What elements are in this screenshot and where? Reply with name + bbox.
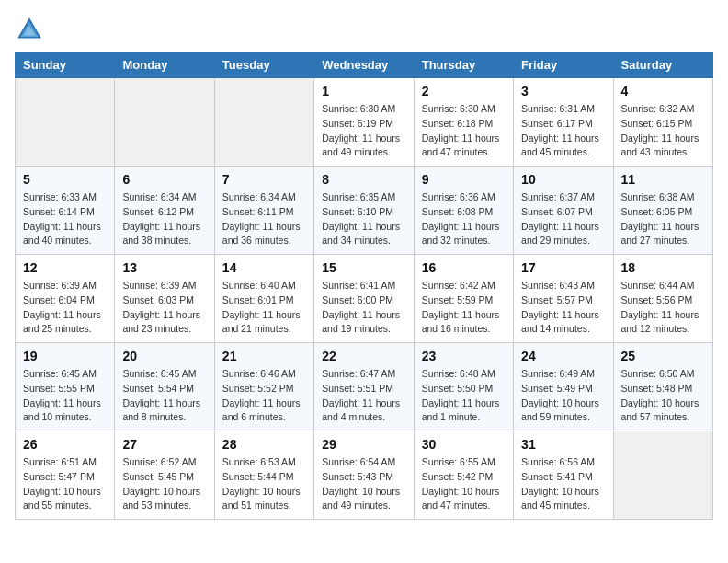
day-cell-22: 22Sunrise: 6:47 AMSunset: 5:51 PMDayligh… (314, 343, 414, 431)
day-cell-2: 2Sunrise: 6:30 AMSunset: 6:18 PMDaylight… (414, 78, 513, 167)
day-number: 17 (521, 260, 605, 275)
header-day-saturday: Saturday (613, 52, 712, 78)
header-day-sunday: Sunday (16, 52, 115, 78)
day-number: 27 (122, 437, 206, 452)
day-cell-17: 17Sunrise: 6:43 AMSunset: 5:57 PMDayligh… (514, 255, 613, 343)
day-info: Sunrise: 6:40 AMSunset: 6:01 PMDaylight:… (222, 279, 306, 337)
day-number: 28 (222, 437, 306, 452)
week-row-2: 5Sunrise: 6:33 AMSunset: 6:14 PMDaylight… (16, 167, 713, 255)
day-info: Sunrise: 6:49 AMSunset: 5:49 PMDaylight:… (521, 367, 605, 425)
header-row: SundayMondayTuesdayWednesdayThursdayFrid… (16, 52, 713, 78)
header-day-wednesday: Wednesday (314, 52, 414, 78)
calendar-header: SundayMondayTuesdayWednesdayThursdayFrid… (16, 52, 713, 78)
day-cell-28: 28Sunrise: 6:53 AMSunset: 5:44 PMDayligh… (214, 431, 313, 520)
day-info: Sunrise: 6:46 AMSunset: 5:52 PMDaylight:… (222, 367, 306, 425)
day-number: 24 (521, 349, 605, 363)
day-number: 19 (23, 349, 107, 363)
day-info: Sunrise: 6:55 AMSunset: 5:42 PMDaylight:… (422, 455, 506, 513)
header-day-tuesday: Tuesday (214, 52, 313, 78)
day-info: Sunrise: 6:39 AMSunset: 6:03 PMDaylight:… (122, 279, 206, 337)
empty-cell (16, 78, 115, 167)
day-cell-26: 26Sunrise: 6:51 AMSunset: 5:47 PMDayligh… (16, 431, 115, 520)
day-info: Sunrise: 6:34 AMSunset: 6:12 PMDaylight:… (122, 190, 206, 248)
empty-cell (613, 431, 712, 520)
day-info: Sunrise: 6:45 AMSunset: 5:55 PMDaylight:… (23, 367, 107, 425)
logo-icon (15, 15, 44, 44)
day-number: 8 (322, 172, 405, 187)
day-cell-23: 23Sunrise: 6:48 AMSunset: 5:50 PMDayligh… (414, 343, 513, 431)
header-day-thursday: Thursday (414, 52, 513, 78)
day-info: Sunrise: 6:42 AMSunset: 5:59 PMDaylight:… (422, 279, 506, 337)
day-info: Sunrise: 6:30 AMSunset: 6:18 PMDaylight:… (422, 102, 506, 160)
day-cell-16: 16Sunrise: 6:42 AMSunset: 5:59 PMDayligh… (414, 255, 513, 343)
day-info: Sunrise: 6:53 AMSunset: 5:44 PMDaylight:… (222, 455, 306, 513)
day-info: Sunrise: 6:43 AMSunset: 5:57 PMDaylight:… (521, 279, 605, 337)
day-number: 5 (23, 172, 107, 187)
week-row-5: 26Sunrise: 6:51 AMSunset: 5:47 PMDayligh… (16, 431, 713, 520)
day-info: Sunrise: 6:56 AMSunset: 5:41 PMDaylight:… (521, 455, 605, 513)
day-info: Sunrise: 6:51 AMSunset: 5:47 PMDaylight:… (23, 455, 107, 513)
day-number: 10 (521, 172, 605, 187)
day-number: 23 (422, 349, 506, 363)
day-cell-13: 13Sunrise: 6:39 AMSunset: 6:03 PMDayligh… (115, 255, 214, 343)
header-day-monday: Monday (115, 52, 214, 78)
empty-cell (115, 78, 214, 167)
day-info: Sunrise: 6:36 AMSunset: 6:08 PMDaylight:… (422, 190, 506, 248)
day-number: 12 (23, 260, 107, 275)
day-number: 6 (122, 172, 206, 187)
day-info: Sunrise: 6:38 AMSunset: 6:05 PMDaylight:… (621, 190, 705, 248)
calendar-table: SundayMondayTuesdayWednesdayThursdayFrid… (15, 52, 713, 520)
day-info: Sunrise: 6:50 AMSunset: 5:48 PMDaylight:… (621, 367, 705, 425)
day-number: 9 (422, 172, 506, 187)
day-info: Sunrise: 6:37 AMSunset: 6:07 PMDaylight:… (521, 190, 605, 248)
day-number: 15 (322, 260, 405, 275)
day-cell-19: 19Sunrise: 6:45 AMSunset: 5:55 PMDayligh… (16, 343, 115, 431)
day-cell-12: 12Sunrise: 6:39 AMSunset: 6:04 PMDayligh… (16, 255, 115, 343)
day-info: Sunrise: 6:48 AMSunset: 5:50 PMDaylight:… (422, 367, 506, 425)
day-cell-10: 10Sunrise: 6:37 AMSunset: 6:07 PMDayligh… (514, 167, 613, 255)
day-number: 26 (23, 437, 107, 452)
day-number: 25 (621, 349, 705, 363)
day-number: 1 (322, 84, 405, 98)
day-cell-15: 15Sunrise: 6:41 AMSunset: 6:00 PMDayligh… (314, 255, 414, 343)
day-cell-20: 20Sunrise: 6:45 AMSunset: 5:54 PMDayligh… (115, 343, 214, 431)
week-row-1: 1Sunrise: 6:30 AMSunset: 6:19 PMDaylight… (16, 78, 713, 167)
day-info: Sunrise: 6:33 AMSunset: 6:14 PMDaylight:… (23, 190, 107, 248)
day-cell-27: 27Sunrise: 6:52 AMSunset: 5:45 PMDayligh… (115, 431, 214, 520)
day-number: 21 (222, 349, 306, 363)
day-info: Sunrise: 6:54 AMSunset: 5:43 PMDaylight:… (322, 455, 405, 513)
day-cell-1: 1Sunrise: 6:30 AMSunset: 6:19 PMDaylight… (314, 78, 414, 167)
day-number: 31 (521, 437, 605, 452)
day-number: 14 (222, 260, 306, 275)
day-cell-7: 7Sunrise: 6:34 AMSunset: 6:11 PMDaylight… (214, 167, 313, 255)
day-number: 29 (322, 437, 405, 452)
calendar-body: 1Sunrise: 6:30 AMSunset: 6:19 PMDaylight… (16, 78, 713, 520)
day-number: 16 (422, 260, 506, 275)
day-cell-18: 18Sunrise: 6:44 AMSunset: 5:56 PMDayligh… (613, 255, 712, 343)
day-info: Sunrise: 6:31 AMSunset: 6:17 PMDaylight:… (521, 102, 605, 160)
day-info: Sunrise: 6:35 AMSunset: 6:10 PMDaylight:… (322, 190, 405, 248)
header-day-friday: Friday (514, 52, 613, 78)
day-cell-29: 29Sunrise: 6:54 AMSunset: 5:43 PMDayligh… (314, 431, 414, 520)
day-cell-4: 4Sunrise: 6:32 AMSunset: 6:15 PMDaylight… (613, 78, 712, 167)
day-number: 22 (322, 349, 405, 363)
day-cell-14: 14Sunrise: 6:40 AMSunset: 6:01 PMDayligh… (214, 255, 313, 343)
day-cell-24: 24Sunrise: 6:49 AMSunset: 5:49 PMDayligh… (514, 343, 613, 431)
empty-cell (214, 78, 313, 167)
day-number: 20 (122, 349, 206, 363)
day-cell-21: 21Sunrise: 6:46 AMSunset: 5:52 PMDayligh… (214, 343, 313, 431)
day-info: Sunrise: 6:52 AMSunset: 5:45 PMDaylight:… (122, 455, 206, 513)
day-info: Sunrise: 6:39 AMSunset: 6:04 PMDaylight:… (23, 279, 107, 337)
day-number: 3 (521, 84, 605, 98)
day-cell-11: 11Sunrise: 6:38 AMSunset: 6:05 PMDayligh… (613, 167, 712, 255)
day-number: 2 (422, 84, 506, 98)
day-cell-5: 5Sunrise: 6:33 AMSunset: 6:14 PMDaylight… (16, 167, 115, 255)
day-cell-3: 3Sunrise: 6:31 AMSunset: 6:17 PMDaylight… (514, 78, 613, 167)
day-cell-30: 30Sunrise: 6:55 AMSunset: 5:42 PMDayligh… (414, 431, 513, 520)
day-number: 18 (621, 260, 705, 275)
logo (15, 15, 48, 44)
day-number: 30 (422, 437, 506, 452)
day-info: Sunrise: 6:47 AMSunset: 5:51 PMDaylight:… (322, 367, 405, 425)
day-number: 7 (222, 172, 306, 187)
day-cell-31: 31Sunrise: 6:56 AMSunset: 5:41 PMDayligh… (514, 431, 613, 520)
